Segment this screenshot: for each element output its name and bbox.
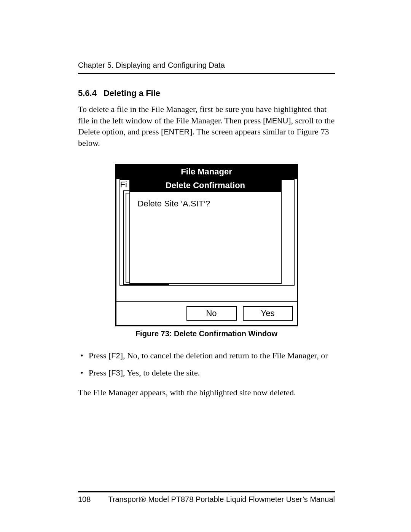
page-number: 108: [78, 495, 91, 504]
key-enter: ENTER: [164, 128, 190, 136]
dialog-message: Delete Site ‘A.SIT’?: [130, 192, 281, 283]
bullet-post: ], No, to cancel the deletion and return…: [120, 351, 328, 360]
bullet-post: ], Yes, to delete the site.: [120, 368, 200, 377]
list-item: Press [F2], No, to cancel the deletion a…: [78, 349, 335, 362]
yes-button[interactable]: Yes: [243, 306, 293, 321]
key-f3: F3: [111, 369, 120, 377]
list-item: Press [F3], Yes, to delete the site.: [78, 366, 335, 379]
button-bar: No Yes: [116, 301, 297, 325]
figure-caption: Figure 73: Delete Confirmation Window: [115, 329, 298, 338]
page-footer: 108 Transport® Model PT878 Portable Liqu…: [78, 495, 335, 504]
manual-title: Transport® Model PT878 Portable Liquid F…: [108, 495, 335, 504]
figure-device-window: File Manager Fi Delete Confirmation Dele…: [115, 164, 298, 338]
section-heading: 5.6.4Deleting a File: [78, 88, 335, 98]
device-title: File Manager: [116, 165, 297, 179]
section-title: Deleting a File: [104, 88, 160, 98]
bullet-pre: Press [: [89, 351, 111, 360]
dialog-title: Delete Confirmation: [130, 180, 281, 192]
key-f2: F2: [111, 351, 120, 360]
intro-paragraph: To delete a file in the File Manager, fi…: [78, 104, 335, 149]
chapter-header: Chapter 5. Displaying and Configuring Da…: [78, 61, 335, 74]
bg-panel-label: Fi: [120, 180, 127, 190]
delete-confirmation-dialog: Delete Confirmation Delete Site ‘A.SIT’?: [129, 179, 282, 284]
no-button[interactable]: No: [186, 306, 237, 321]
section-number: 5.6.4: [78, 88, 97, 98]
device-body: Fi Delete Confirmation Delete Site ‘A.SI…: [116, 179, 297, 301]
device-frame: File Manager Fi Delete Confirmation Dele…: [115, 164, 298, 326]
bullet-pre: Press [: [89, 368, 111, 377]
footer-rule: [78, 491, 335, 492]
closing-paragraph: The File Manager appears, with the highl…: [78, 387, 335, 399]
bullet-list: Press [F2], No, to cancel the deletion a…: [78, 349, 335, 379]
key-menu: MENU: [266, 117, 288, 125]
